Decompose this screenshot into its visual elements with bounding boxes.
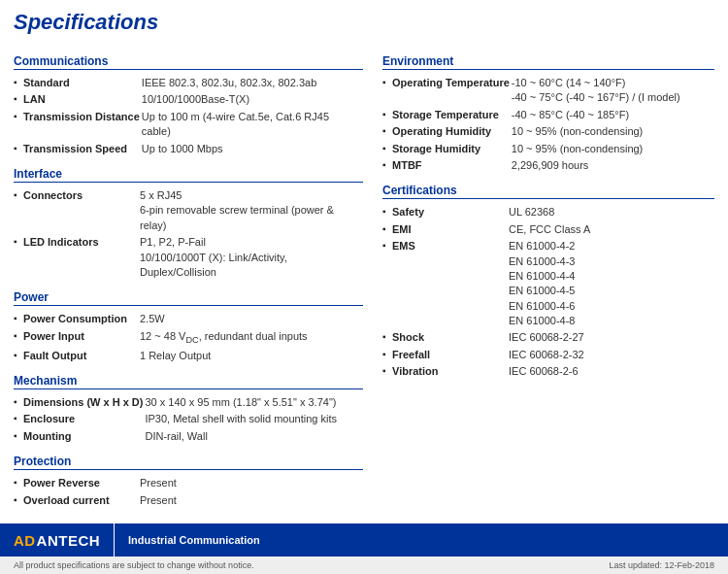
spec-value: 10 ~ 95% (non-condensing) [512,123,714,140]
spec-key: Mounting [14,428,145,445]
two-column-layout: Communications Standard IEEE 802.3, 802.… [14,45,714,511]
left-column: Communications Standard IEEE 802.3, 802.… [14,45,373,511]
spec-key: Vibration [382,363,509,380]
table-row: LED Indicators P1, P2, P-Fail10/100/1000… [14,234,363,281]
main-content: Specifications Communications Standard I… [0,0,728,569]
section-communications: Communications [14,54,363,70]
table-row: Freefall IEC 60068-2-32 [382,347,714,363]
spec-value: Up to 1000 Mbps [142,141,363,157]
spec-key: Transmission Distance [14,109,142,141]
spec-key: Power Input [14,328,140,348]
table-row: EMI CE, FCC Class A [382,221,714,238]
section-protection: Protection [14,455,363,470]
spec-key: Operating Humidity [382,123,512,140]
spec-key: Power Consumption [14,311,140,327]
spec-key: EMS [382,238,509,329]
spec-value: P1, P2, P-Fail10/100/1000T (X): Link/Act… [140,234,363,281]
spec-key: Storage Temperature [382,107,512,123]
spec-value: Up to 100 m (4-wire Cat.5e, Cat.6 RJ45 c… [142,109,363,141]
spec-key: Safety [382,204,509,220]
table-row: Connectors 5 x RJ456-pin removable screw… [14,187,363,234]
table-row: Dimensions (W x H x D) 30 x 140 x 95 mm … [14,394,363,411]
mechanism-table: Dimensions (W x H x D) 30 x 140 x 95 mm … [14,394,363,445]
page-title: Specifications [14,10,714,35]
spec-key: Shock [382,329,509,346]
certifications-table: Safety UL 62368 EMI CE, FCC Class A EMS … [382,204,714,380]
spec-value: 2.5W [140,311,363,327]
table-row: Power Input 12 ~ 48 VDC, redundant dual … [14,328,363,348]
spec-key: LED Indicators [14,234,140,281]
table-row: Mounting DIN-rail, Wall [14,428,363,445]
spec-key: Power Reverse [14,475,140,491]
table-row: Standard IEEE 802.3, 802.3u, 802.3x, 802… [14,75,363,91]
spec-value: IP30, Metal shell with solid mounting ki… [145,411,363,427]
interface-table: Connectors 5 x RJ456-pin removable screw… [14,187,363,281]
spec-value: IEEE 802.3, 802.3u, 802.3x, 802.3ab [142,75,363,91]
spec-value: EN 61000-4-2EN 61000-4-3EN 61000-4-4EN 6… [509,238,714,329]
spec-key: Connectors [14,187,140,234]
spec-value: 10/100/1000Base-T(X) [142,91,363,108]
section-mechanism: Mechanism [14,374,363,389]
spec-key: MTBF [382,157,512,174]
table-row: Power Reverse Present [14,475,363,491]
spec-value: UL 62368 [509,204,714,220]
spec-key: Freefall [382,347,509,363]
spec-key: Standard [14,75,142,91]
right-column: Environment Operating Temperature -10 ~ … [373,45,714,511]
spec-value: 2,296,909 hours [512,157,714,174]
spec-key: EMI [382,221,509,238]
spec-key: Fault Output [14,348,140,364]
spec-value: 1 Relay Output [140,348,363,364]
spec-key: Transmission Speed [14,141,142,157]
communications-table: Standard IEEE 802.3, 802.3u, 802.3x, 802… [14,75,363,157]
section-environment: Environment [382,54,714,70]
footer-tagline: Industrial Communication [115,534,260,546]
table-row: Operating Humidity 10 ~ 95% (non-condens… [382,123,714,140]
table-row: Storage Humidity 10 ~ 95% (non-condensin… [382,141,714,157]
table-row: Overload current Present [14,492,363,509]
footer-note-right: Last updated: 12-Feb-2018 [609,560,714,570]
spec-value: 5 x RJ456-pin removable screw terminal (… [140,187,363,234]
table-row: Operating Temperature -10 ~ 60°C (14 ~ 1… [382,75,714,107]
protection-table: Power Reverse Present Overload current P… [14,475,363,509]
spec-value: 10 ~ 95% (non-condensing) [512,141,714,157]
spec-key: Enclosure [14,411,145,427]
spec-value: -10 ~ 60°C (14 ~ 140°F)-40 ~ 75°C (-40 ~… [512,75,714,107]
power-table: Power Consumption 2.5W Power Input 12 ~ … [14,311,363,364]
table-row: Power Consumption 2.5W [14,311,363,327]
table-row: Shock IEC 60068-2-27 [382,329,714,346]
spec-value: Present [140,492,363,509]
section-power: Power [14,290,363,306]
table-row: Transmission Speed Up to 1000 Mbps [14,141,363,157]
spec-value: IEC 60068-2-32 [509,347,714,363]
section-certifications: Certifications [382,184,714,199]
table-row: LAN 10/100/1000Base-T(X) [14,91,363,108]
table-row: Vibration IEC 60068-2-6 [382,363,714,380]
table-row: Safety UL 62368 [382,204,714,220]
spec-value: DIN-rail, Wall [145,428,363,445]
footer-note: All product specifications are subject t… [0,557,728,574]
footer-bar: AD ANTECH Industrial Communication [0,523,728,557]
spec-value: 30 x 140 x 95 mm (1.18" x 5.51" x 3.74") [145,394,363,411]
table-row: Transmission Distance Up to 100 m (4-wir… [14,109,363,141]
spec-key: Operating Temperature [382,75,512,107]
spec-value: Present [140,475,363,491]
table-row: Fault Output 1 Relay Output [14,348,363,364]
table-row: MTBF 2,296,909 hours [382,157,714,174]
footer-note-left: All product specifications are subject t… [14,560,254,570]
spec-value: 12 ~ 48 VDC, redundant dual inputs [140,328,363,348]
spec-value: -40 ~ 85°C (-40 ~ 185°F) [512,107,714,123]
table-row: Storage Temperature -40 ~ 85°C (-40 ~ 18… [382,107,714,123]
advantech-logo: AD ANTECH [14,532,100,549]
table-row: EMS EN 61000-4-2EN 61000-4-3EN 61000-4-4… [382,238,714,329]
spec-key: Overload current [14,492,140,509]
footer-logo-box: AD ANTECH [0,523,115,557]
spec-key: LAN [14,91,142,108]
table-row: Enclosure IP30, Metal shell with solid m… [14,411,363,427]
spec-key: Dimensions (W x H x D) [14,394,145,411]
environment-table: Operating Temperature -10 ~ 60°C (14 ~ 1… [382,75,714,174]
spec-value: CE, FCC Class A [509,221,714,238]
spec-value: IEC 60068-2-27 [509,329,714,346]
section-interface: Interface [14,167,363,183]
spec-key: Storage Humidity [382,141,512,157]
